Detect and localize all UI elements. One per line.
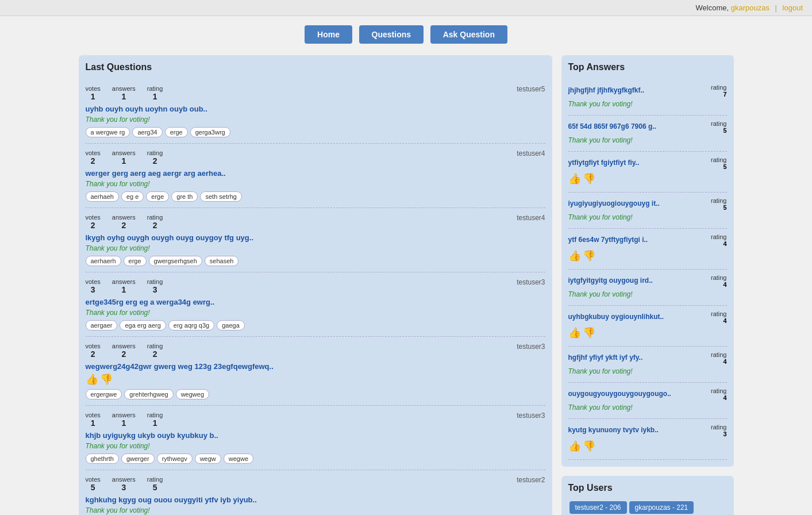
rating-stat: rating 5 <box>147 476 163 492</box>
answers-label: answers <box>112 343 136 349</box>
votes-stat: votes 2 <box>86 343 101 359</box>
answer-item: 65f 54d 865f 967g6 7906 g.. rating 5 Tha… <box>568 116 727 152</box>
vote-status: Thank you for voting! <box>568 100 727 108</box>
user-badge[interactable]: gkarpouzas - 221 <box>629 501 694 514</box>
rating-value: 4 <box>711 358 727 365</box>
answer-title-link[interactable]: iyugiyugiyuogiouygouyg it.. <box>568 199 660 207</box>
rating-label: rating <box>711 387 727 394</box>
downvote-button[interactable]: 👎 <box>583 249 595 262</box>
rating-value: 2 <box>147 349 163 359</box>
question-title-link[interactable]: uyhb ouyh ouyh uoyhn ouyb oub.. <box>86 105 545 113</box>
home-link[interactable]: Home <box>305 25 352 44</box>
welcome-text: Welcome, <box>696 3 729 12</box>
answer-title-link[interactable]: iytgfyitgyitg ouygoug ird.. <box>568 276 653 285</box>
vote-status: Thank you for voting! <box>568 213 727 221</box>
votes-stat: votes 1 <box>86 412 101 428</box>
tag: grehterhgweg <box>124 389 173 399</box>
answers-stat: answers 1 <box>112 412 136 428</box>
last-questions-panel: Last Questions testuser5 votes 1 answers… <box>79 55 552 515</box>
answers-stat: answers 1 <box>112 278 136 294</box>
downvote-button[interactable]: 👎 <box>100 373 113 386</box>
vote-buttons: 👍 👎 <box>568 172 727 185</box>
question-title-link[interactable]: ertge345rg erg eg a werga34g ewrg.. <box>86 298 545 306</box>
answers-value: 1 <box>112 156 136 166</box>
votes-stat: votes 2 <box>86 214 101 230</box>
answer-item: kyutg kyunuony tvytv iykb.. rating 3 👍 👎 <box>568 419 727 460</box>
question-user: testuser4 <box>517 149 545 157</box>
question-user: testuser3 <box>517 343 545 351</box>
rating-label: rating <box>711 120 727 127</box>
downvote-button[interactable]: 👎 <box>583 326 595 339</box>
username-link[interactable]: gkarpouzas <box>731 3 769 12</box>
answer-header: ytfiytgfiyt fgiytfiyt fiy.. rating 5 <box>568 156 727 170</box>
votes-value: 2 <box>86 221 101 230</box>
question-title-link[interactable]: lkygh oyhg ouygh ouygh ouyg ouygoy tfg u… <box>86 233 545 242</box>
question-item: testuser3 votes 2 answers 2 rating 2 weg… <box>86 337 545 406</box>
tags-list: ergergwegrehterhgwegwegweg <box>86 389 545 399</box>
rating-value: 5 <box>711 204 727 211</box>
tag: seth setrhg <box>200 191 241 202</box>
answer-header: kyutg kyunuony tvytv iykb.. rating 3 <box>568 424 727 437</box>
rating-value: 4 <box>711 317 727 324</box>
answer-title-link[interactable]: ytf 6es4w 7ytftygfiytgi i.. <box>568 236 648 244</box>
upvote-button[interactable]: 👍 <box>568 326 581 339</box>
upvote-button[interactable]: 👍 <box>568 249 581 262</box>
answers-label: answers <box>112 412 136 418</box>
rating-label: rating <box>711 310 727 317</box>
logout-link[interactable]: logout <box>783 3 803 12</box>
question-title-link[interactable]: khjb uyiguykg ukyb ouyb kyubkuy b.. <box>86 431 545 440</box>
votes-value: 5 <box>86 483 101 492</box>
question-user: testuser3 <box>517 278 545 286</box>
upvote-button[interactable]: 👍 <box>86 373 98 386</box>
votes-stat: votes 1 <box>86 85 101 101</box>
rating-value: 2 <box>147 221 163 230</box>
question-title-link[interactable]: wegwerg24g42gwr gwerg weg 123g 23egfqewg… <box>86 362 545 371</box>
question-title-link[interactable]: werger gerg aerg aeg aergr arg aerhea.. <box>86 169 545 178</box>
question-title-link[interactable]: kghkuhg kgyg oug ouou ouygyiti ytfv iyb … <box>86 495 545 504</box>
answer-title-link[interactable]: hgfjhf yfiyf ykft iyf yfy.. <box>568 353 643 362</box>
answer-title-link[interactable]: 65f 54d 865f 967g6 7906 g.. <box>568 122 656 130</box>
answers-stat: answers 1 <box>112 85 136 101</box>
rating-stat: rating 3 <box>147 278 163 294</box>
answer-title-link[interactable]: jhjhgfjhf jfjhfkygfkgfkf.. <box>568 86 645 94</box>
downvote-button[interactable]: 👎 <box>583 440 595 452</box>
answer-title-link[interactable]: uyhbgkubuy oygiouynlihkut.. <box>568 313 664 321</box>
question-stats: votes 2 answers 2 rating 2 <box>86 214 517 230</box>
upvote-button[interactable]: 👍 <box>568 440 581 452</box>
tag: aerhaeh <box>86 191 119 202</box>
vote-status: Thank you for voting! <box>86 442 545 450</box>
question-user: testuser2 <box>517 476 545 484</box>
rating-stat: rating 1 <box>147 412 163 428</box>
answers-stat: answers 2 <box>112 343 136 359</box>
answer-item: ytf 6es4w 7ytftygfiytgi i.. rating 4 👍 👎 <box>568 229 727 270</box>
vote-status: Thank you for voting! <box>86 309 545 317</box>
answer-title-link[interactable]: kyutg kyunuony tvytv iykb.. <box>568 426 659 434</box>
votes-stat: votes 5 <box>86 476 101 492</box>
upvote-button[interactable]: 👍 <box>568 172 581 185</box>
rating-value: 4 <box>711 394 727 401</box>
answer-header: hgfjhf yfiyf ykft iyf yfy.. rating 4 <box>568 351 727 365</box>
main-layout: Last Questions testuser5 votes 1 answers… <box>67 55 745 515</box>
top-users-title: Top Users <box>568 483 727 493</box>
questions-link[interactable]: Questions <box>359 25 424 44</box>
downvote-button[interactable]: 👎 <box>583 172 595 185</box>
answer-title-link[interactable]: ouygougyouygouygouygougo.. <box>568 390 671 398</box>
ask-question-link[interactable]: Ask Question <box>430 25 507 44</box>
votes-label: votes <box>86 214 101 221</box>
answer-title-link[interactable]: ytfiytgfiyt fgiytfiyt fiy.. <box>568 159 640 167</box>
votes-label: votes <box>86 278 101 285</box>
vote-buttons: 👍 👎 <box>86 373 545 386</box>
user-badge[interactable]: testuser2 - 206 <box>569 501 627 514</box>
tag: sehaseh <box>205 256 239 266</box>
answer-header: jhjhgfjhf jfjhfkygfkgfkf.. rating 7 <box>568 84 727 98</box>
rating-label: rating <box>147 278 163 285</box>
tag: erge <box>165 127 188 137</box>
question-item: testuser3 votes 1 answers 1 rating 1 khj… <box>86 406 545 470</box>
vote-status: Thank you for voting! <box>568 367 727 375</box>
question-stats: votes 1 answers 1 rating 1 <box>86 412 517 428</box>
vote-status: Thank you for voting! <box>86 244 545 252</box>
tag: gwerger <box>121 453 155 464</box>
answer-item: iytgfyitgyitg ouygoug ird.. rating 4 Tha… <box>568 270 727 306</box>
tag: rythwegv <box>157 453 193 464</box>
tag: ghethrth <box>86 453 119 464</box>
